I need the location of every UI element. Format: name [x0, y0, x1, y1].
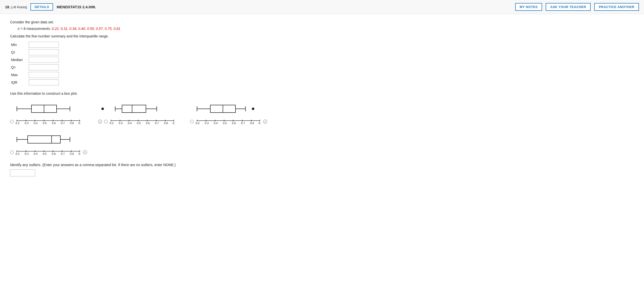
q1-label: Q1 — [11, 49, 29, 55]
boxplot-d-svg — [10, 131, 83, 148]
boxplot-option-d: 0.2 0.3 0.4 0.5 0.6 0.7 0.8 — [10, 131, 87, 155]
svg-text:0.8: 0.8 — [250, 122, 254, 125]
max-label: Max — [11, 72, 29, 78]
svg-text:0.7: 0.7 — [61, 122, 65, 125]
q1-input[interactable] — [29, 49, 59, 55]
min-input[interactable] — [29, 42, 59, 48]
svg-text:0.2: 0.2 — [16, 122, 19, 125]
svg-text:0.3: 0.3 — [119, 122, 123, 125]
svg-text:0.5: 0.5 — [43, 122, 47, 125]
outliers-section: Identify any outliers. (Enter your answe… — [10, 163, 634, 176]
median-label: Median — [11, 57, 29, 63]
svg-text:0.4: 0.4 — [34, 152, 37, 155]
practice-another-button[interactable]: PRACTICE ANOTHER — [594, 3, 639, 11]
data-values: 0.22, 0.31, 0.34, 0.40, 0.55, 0.57, 0.75… — [52, 27, 120, 31]
problem-code: MENDSTAT15 2.4.008. — [57, 5, 96, 9]
svg-text:0.9: 0.9 — [173, 122, 175, 125]
summary-table: Min Q1 Median Q3 Max IQR — [11, 42, 634, 85]
svg-text:0.8: 0.8 — [164, 122, 168, 125]
svg-point-53 — [252, 108, 254, 110]
max-input[interactable] — [29, 72, 59, 78]
info-icon-d[interactable]: i — [83, 150, 87, 154]
calc-text: Calculate the five-number summary and th… — [10, 34, 634, 38]
svg-text:0.9: 0.9 — [78, 152, 81, 155]
boxplot-option-c: 0.2 0.3 0.4 0.5 0.6 0.7 0.8 — [190, 100, 267, 125]
outliers-input[interactable] — [10, 169, 35, 176]
boxplot-a-axis: 0.2 0.3 0.4 0.5 0.6 0.7 0.8 — [10, 119, 81, 125]
axis-a-svg: 0.2 0.3 0.4 0.5 0.6 0.7 0.8 — [16, 119, 81, 125]
svg-text:0.6: 0.6 — [52, 152, 56, 155]
radio-c[interactable] — [190, 120, 194, 123]
problem-number: 18. [-/8 Points] — [5, 5, 27, 9]
svg-text:0.3: 0.3 — [25, 152, 28, 155]
boxplot-d-axis: 0.2 0.3 0.4 0.5 0.6 0.7 0.8 — [10, 149, 87, 155]
svg-point-23 — [101, 108, 104, 110]
iqr-input[interactable] — [29, 79, 59, 85]
boxplots-row-2: 0.2 0.3 0.4 0.5 0.6 0.7 0.8 — [10, 131, 634, 155]
axis-d-svg: 0.2 0.3 0.4 0.5 0.6 0.7 0.8 — [16, 149, 81, 155]
my-notes-button[interactable]: MY NOTES — [515, 3, 542, 11]
svg-text:0.2: 0.2 — [16, 152, 19, 155]
boxplot-option-a: 0.2 0.3 0.4 0.5 0.6 0.7 0.8 — [10, 100, 83, 125]
svg-text:0.5: 0.5 — [137, 122, 141, 125]
svg-text:0.3: 0.3 — [205, 122, 209, 125]
boxplot-c-svg — [190, 100, 263, 118]
min-label: Min — [11, 42, 29, 48]
main-content: Consider the given data set. n = 8 measu… — [0, 14, 644, 186]
median-input[interactable] — [29, 57, 59, 63]
radio-d[interactable] — [10, 151, 14, 154]
svg-text:0.4: 0.4 — [128, 122, 132, 125]
svg-text:0.7: 0.7 — [155, 122, 159, 125]
boxplot-b-axis: i 0.2 0.3 0.4 0.5 0.6 — [98, 119, 175, 125]
svg-text:0.9: 0.9 — [78, 122, 81, 125]
svg-text:0.2: 0.2 — [196, 122, 199, 125]
svg-text:0.8: 0.8 — [70, 122, 74, 125]
page-wrapper: 18. [-/8 Points] DETAILS MENDSTAT15 2.4.… — [0, 0, 644, 292]
svg-text:0.4: 0.4 — [34, 122, 37, 125]
boxplots-row-1: 0.2 0.3 0.4 0.5 0.6 0.7 0.8 — [10, 100, 634, 125]
svg-text:0.7: 0.7 — [241, 122, 245, 125]
axis-c-svg: 0.2 0.3 0.4 0.5 0.6 0.7 0.8 — [196, 119, 261, 125]
q3-input[interactable] — [29, 64, 59, 70]
radio-a[interactable] — [10, 120, 14, 123]
iqr-label: IQR — [11, 79, 29, 85]
boxplot-option-b: i 0.2 0.3 0.4 0.5 0.6 — [98, 100, 175, 125]
boxplot-c-axis: 0.2 0.3 0.4 0.5 0.6 0.7 0.8 — [190, 119, 267, 125]
svg-text:0.3: 0.3 — [25, 122, 28, 125]
details-button[interactable]: DETAILS — [30, 3, 53, 11]
outliers-text: Identify any outliers. (Enter your answe… — [10, 163, 634, 167]
boxplot-a-svg — [10, 100, 83, 118]
svg-text:0.9: 0.9 — [259, 122, 261, 125]
data-line: n = 8 measurements: 0.22, 0.31, 0.34, 0.… — [18, 27, 634, 31]
svg-rect-26 — [122, 105, 146, 113]
svg-text:0.6: 0.6 — [146, 122, 150, 125]
ask-teacher-button[interactable]: ASK YOUR TEACHER — [546, 3, 591, 11]
q3-label: Q3 — [11, 64, 29, 70]
boxplot-b-svg — [98, 100, 171, 118]
consider-text: Consider the given data set. — [10, 20, 634, 24]
use-info-text: Use this information to construct a box … — [10, 91, 634, 95]
svg-text:0.4: 0.4 — [214, 122, 218, 125]
svg-rect-73 — [28, 136, 60, 143]
svg-text:0.6: 0.6 — [52, 122, 56, 125]
axis-b-svg: 0.2 0.3 0.4 0.5 0.6 0.7 0.8 — [110, 119, 175, 125]
radio-b[interactable] — [104, 120, 108, 123]
svg-text:0.6: 0.6 — [232, 122, 236, 125]
header-bar: 18. [-/8 Points] DETAILS MENDSTAT15 2.4.… — [0, 0, 644, 14]
svg-text:0.8: 0.8 — [70, 152, 74, 155]
svg-text:0.7: 0.7 — [61, 152, 65, 155]
info-icon-c[interactable]: i — [263, 120, 267, 124]
svg-text:0.5: 0.5 — [223, 122, 227, 125]
svg-text:0.5: 0.5 — [43, 152, 47, 155]
svg-text:0.2: 0.2 — [110, 122, 113, 125]
info-icon-b[interactable]: i — [98, 120, 102, 124]
